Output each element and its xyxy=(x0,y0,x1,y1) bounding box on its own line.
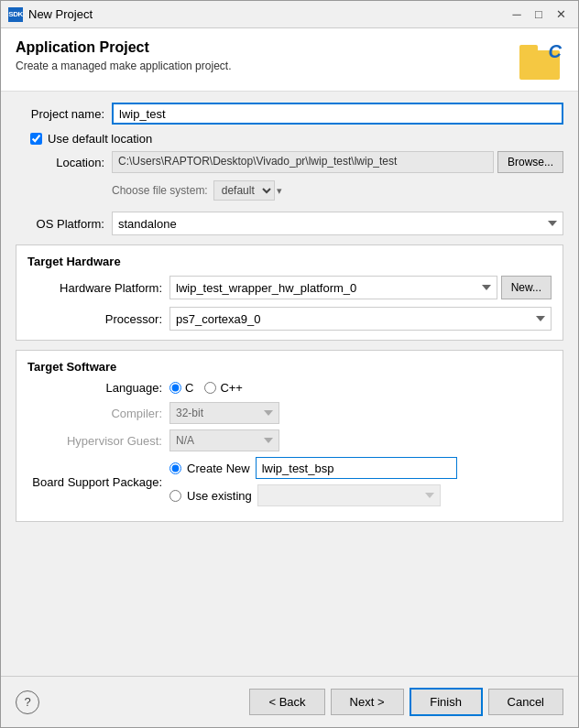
cancel-button[interactable]: Cancel xyxy=(488,689,563,715)
bsp-options: Create New Use existing xyxy=(169,457,457,506)
project-name-label: Project name: xyxy=(16,107,112,121)
back-button[interactable]: < Back xyxy=(249,689,324,715)
finish-button[interactable]: Finish xyxy=(410,688,483,716)
compiler-label: Compiler: xyxy=(27,407,169,420)
default-location-label: Use default location xyxy=(48,132,152,146)
hardware-platform-label: Hardware Platform: xyxy=(27,281,169,295)
hardware-platform-combo: lwip_test_wrapper_hw_platform_0 New... xyxy=(169,276,552,299)
footer-right: < Back Next > Finish Cancel xyxy=(249,688,563,716)
page-header: Application Project Create a managed mak… xyxy=(1,28,578,92)
target-software-title: Target Software xyxy=(27,360,552,374)
filesystem-select[interactable]: default xyxy=(213,180,275,201)
processor-select[interactable]: ps7_cortexa9_0 xyxy=(169,307,552,331)
title-bar-left: SDK New Project xyxy=(8,7,93,22)
close-button[interactable]: ✕ xyxy=(551,5,571,24)
os-platform-select[interactable]: standalone xyxy=(112,212,563,235)
form-content: Project name: Use default location Locat… xyxy=(1,92,578,676)
bsp-row: Board Support Package: Create New Use ex… xyxy=(27,457,552,506)
window-title: New Project xyxy=(28,7,93,21)
bsp-existing-radio[interactable] xyxy=(169,490,181,502)
filesystem-row: Choose file system: default ▾ xyxy=(112,180,563,201)
compiler-select[interactable]: 32-bit xyxy=(169,402,279,424)
bsp-label: Board Support Package: xyxy=(27,475,169,489)
help-button[interactable]: ? xyxy=(16,690,39,714)
language-cpp-item: C++ xyxy=(204,381,243,395)
compiler-row: Compiler: 32-bit xyxy=(27,402,552,424)
page-subtitle: Create a managed make application projec… xyxy=(16,60,231,72)
bsp-create-label: Create New xyxy=(187,462,250,475)
os-platform-row: OS Platform: standalone xyxy=(16,212,563,235)
processor-row: Processor: ps7_cortexa9_0 xyxy=(27,307,552,331)
maximize-button[interactable]: □ xyxy=(529,5,549,24)
bsp-existing-row: Use existing xyxy=(169,484,457,506)
default-location-checkbox[interactable] xyxy=(30,133,42,145)
hypervisor-select[interactable]: N/A xyxy=(169,429,279,451)
hypervisor-label: Hypervisor Guest: xyxy=(27,434,169,448)
browse-button[interactable]: Browse... xyxy=(497,151,563,173)
location-value: C:\Users\RAPTOR\Desktop\Vivado_pr\lwip_t… xyxy=(112,151,494,173)
target-hardware-title: Target Hardware xyxy=(27,255,552,268)
language-label: Language: xyxy=(27,381,169,395)
language-c-item: C xyxy=(169,381,193,395)
processor-label: Processor: xyxy=(27,312,169,326)
main-window: SDK New Project ─ □ ✕ Application Projec… xyxy=(0,0,579,728)
footer-left: ? xyxy=(16,690,39,714)
bsp-create-row: Create New xyxy=(169,457,457,479)
language-c-label: C xyxy=(185,381,193,395)
language-cpp-label: C++ xyxy=(220,381,243,395)
hardware-platform-select[interactable]: lwip_test_wrapper_hw_platform_0 xyxy=(169,276,497,299)
hypervisor-row: Hypervisor Guest: N/A xyxy=(27,429,552,451)
filesystem-label: Choose file system: xyxy=(112,184,208,197)
location-row: Location: C:\Users\RAPTOR\Desktop\Vivado… xyxy=(16,151,563,173)
default-location-row: Use default location xyxy=(30,132,563,146)
app-icon: SDK xyxy=(8,7,23,22)
minimize-button[interactable]: ─ xyxy=(507,5,527,24)
bsp-existing-label: Use existing xyxy=(187,489,252,503)
folder-c-letter: C xyxy=(549,41,562,62)
language-cpp-radio[interactable] xyxy=(204,382,216,394)
project-name-input[interactable] xyxy=(112,103,563,125)
title-bar: SDK New Project ─ □ ✕ xyxy=(1,1,578,28)
window-controls: ─ □ ✕ xyxy=(507,5,571,24)
target-hardware-section: Target Hardware Hardware Platform: lwip_… xyxy=(16,244,563,341)
bsp-existing-select[interactable] xyxy=(257,484,441,506)
hardware-platform-row: Hardware Platform: lwip_test_wrapper_hw_… xyxy=(27,276,552,299)
location-label: Location: xyxy=(16,156,112,169)
header-icon: C xyxy=(519,39,563,80)
target-software-section: Target Software Language: C C++ Com xyxy=(16,350,563,522)
language-c-radio[interactable] xyxy=(169,382,181,394)
bsp-name-input[interactable] xyxy=(256,457,457,479)
language-row: Language: C C++ xyxy=(27,381,552,395)
language-radio-group: C C++ xyxy=(169,381,243,395)
footer: ? < Back Next > Finish Cancel xyxy=(1,676,578,727)
bsp-create-radio[interactable] xyxy=(169,462,181,474)
page-title: Application Project xyxy=(16,39,231,56)
header-text: Application Project Create a managed mak… xyxy=(16,39,231,72)
new-platform-button[interactable]: New... xyxy=(501,276,552,299)
next-button[interactable]: Next > xyxy=(331,689,404,715)
os-platform-label: OS Platform: xyxy=(16,217,112,231)
project-name-row: Project name: xyxy=(16,103,563,125)
